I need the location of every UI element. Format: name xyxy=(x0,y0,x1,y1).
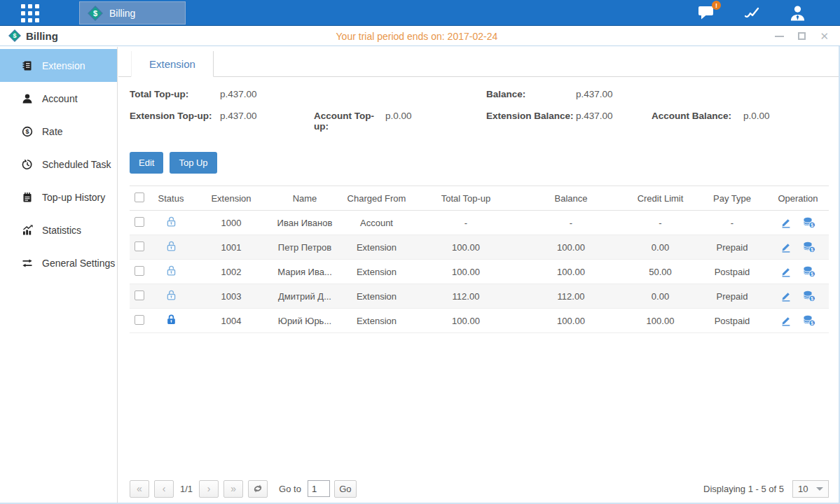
edit-pencil-icon[interactable] xyxy=(780,315,792,326)
table-row: 1000 Иван Иванов Account - - - - xyxy=(130,211,829,235)
sidebar-item-general-settings[interactable]: General Settings xyxy=(0,246,117,279)
sidebar-item-account[interactable]: Account xyxy=(0,82,117,115)
apps-grid-icon[interactable] xyxy=(21,4,39,25)
extensions-table: Status Extension Name Charged From Total… xyxy=(130,186,829,333)
refresh-button[interactable] xyxy=(248,480,268,498)
topbar: $ Billing ! xyxy=(0,0,840,26)
edit-button[interactable]: Edit xyxy=(130,152,163,174)
cell-total-topup: 100.00 xyxy=(413,309,518,333)
goto-page-input[interactable] xyxy=(308,480,330,497)
page-size-select[interactable]: 10 xyxy=(792,480,829,498)
svg-text:$: $ xyxy=(93,8,97,17)
cell-extension: 1004 xyxy=(193,309,270,333)
messages-icon[interactable]: ! xyxy=(698,5,715,20)
account-balance-value: p.0.00 xyxy=(743,111,770,121)
extension-topup-label: Extension Top-up: xyxy=(130,111,220,121)
extension-balance-label: Extension Balance: xyxy=(486,111,576,121)
cell-charged-from: Extension xyxy=(340,284,413,309)
top-up-coins-icon[interactable]: $ xyxy=(803,315,815,326)
account-topup-label: Account Top-up: xyxy=(314,111,385,132)
sidebar-item-statistics[interactable]: Statistics xyxy=(0,214,117,246)
account-balance-label: Account Balance: xyxy=(652,111,743,121)
cell-total-topup: 100.00 xyxy=(413,235,518,260)
table-row: 1001 Петр Петров Extension 100.00 100.00… xyxy=(130,235,829,260)
prev-page-button[interactable]: ‹ xyxy=(154,480,174,498)
cell-charged-from: Extension xyxy=(340,235,413,260)
statistics-monitor-icon[interactable] xyxy=(743,5,761,20)
maximize-icon[interactable] xyxy=(798,32,806,40)
cell-charged-from: Extension xyxy=(340,260,413,284)
cell-balance: 112.00 xyxy=(518,284,624,309)
top-up-coins-icon[interactable]: $ xyxy=(803,266,815,277)
cell-name: Мария Ива... xyxy=(270,260,340,284)
header-credit-limit: Credit Limit xyxy=(624,186,697,211)
close-icon[interactable]: ✕ xyxy=(820,31,829,41)
user-account-icon[interactable] xyxy=(789,4,806,22)
bar-chart-icon xyxy=(22,225,33,236)
sidebar-item-rate[interactable]: $ Rate xyxy=(0,115,117,148)
displaying-count: Displaying 1 - 5 of 5 xyxy=(703,484,784,494)
top-up-coins-icon[interactable]: $ xyxy=(803,290,815,302)
row-checkbox[interactable] xyxy=(135,315,144,325)
edit-pencil-icon[interactable] xyxy=(780,217,792,228)
sidebar-item-label: Rate xyxy=(42,126,63,137)
sidebar-item-scheduled-task[interactable]: Scheduled Task xyxy=(0,148,117,181)
lock-closed-icon[interactable] xyxy=(165,317,177,328)
header-name: Name xyxy=(270,186,340,211)
first-page-button[interactable]: « xyxy=(130,480,149,498)
cell-balance: 100.00 xyxy=(518,309,624,333)
sidebar-item-label: Statistics xyxy=(42,225,81,236)
account-topup-value: p.0.00 xyxy=(385,111,412,121)
lock-open-icon[interactable] xyxy=(165,293,177,303)
cell-name: Дмитрий Д... xyxy=(270,284,340,309)
minimize-icon[interactable] xyxy=(775,36,784,37)
header-total-topup: Total Top-up xyxy=(413,186,518,211)
cell-extension: 1003 xyxy=(193,284,270,309)
cell-pay-type: Postpaid xyxy=(697,260,767,284)
sidebar-item-extension[interactable]: Extension xyxy=(0,49,117,82)
edit-pencil-icon[interactable] xyxy=(780,290,792,302)
window-title: Billing xyxy=(26,30,58,42)
header-charged-from: Charged From xyxy=(340,186,413,211)
extension-balance-value: p.437.00 xyxy=(576,111,652,121)
row-checkbox[interactable] xyxy=(135,241,144,251)
topbar-tab-label: Billing xyxy=(109,8,135,19)
chevron-down-icon xyxy=(816,487,823,491)
page-indicator: 1/1 xyxy=(180,484,193,494)
top-up-coins-icon[interactable]: $ xyxy=(803,217,815,228)
edit-pencil-icon[interactable] xyxy=(780,266,792,277)
row-checkbox[interactable] xyxy=(135,290,144,300)
tab-extension[interactable]: Extension xyxy=(131,51,214,77)
sidebar-item-label: Scheduled Task xyxy=(42,159,111,170)
sidebar-item-topup-history[interactable]: Top-up History xyxy=(0,181,117,214)
lock-open-icon[interactable] xyxy=(165,244,177,254)
row-checkbox[interactable] xyxy=(135,266,144,276)
cell-credit-limit: 50.00 xyxy=(624,260,697,284)
topbar-app-tab-billing[interactable]: $ Billing xyxy=(79,1,186,24)
next-page-button[interactable]: › xyxy=(199,480,219,498)
total-topup-label: Total Top-up: xyxy=(130,89,220,99)
cell-extension: 1000 xyxy=(193,211,270,235)
lock-open-icon[interactable] xyxy=(165,219,177,230)
cell-name: Юрий Юрь... xyxy=(270,309,340,333)
total-topup-value: p.437.00 xyxy=(220,89,257,99)
main-content: Extension Total Top-up: p.437.00 Extensi… xyxy=(118,47,839,503)
svg-text:$: $ xyxy=(25,128,29,135)
header-status: Status xyxy=(149,186,193,211)
row-checkbox[interactable] xyxy=(135,217,144,227)
cell-charged-from: Extension xyxy=(340,309,413,333)
edit-pencil-icon[interactable] xyxy=(780,241,792,253)
select-all-checkbox[interactable] xyxy=(135,192,144,202)
go-button[interactable]: Go xyxy=(334,480,357,498)
cell-total-topup: - xyxy=(413,211,518,235)
cell-credit-limit: 0.00 xyxy=(624,284,697,309)
top-up-coins-icon[interactable]: $ xyxy=(803,241,815,253)
cell-credit-limit: 100.00 xyxy=(624,309,697,333)
last-page-button[interactable]: » xyxy=(223,480,243,498)
lock-open-icon[interactable] xyxy=(165,268,177,279)
ledger-icon xyxy=(22,60,33,71)
top-up-button[interactable]: Top Up xyxy=(170,152,216,174)
cell-name: Иван Иванов xyxy=(270,211,340,235)
page-size-value: 10 xyxy=(798,484,808,494)
cell-balance: - xyxy=(518,211,624,235)
